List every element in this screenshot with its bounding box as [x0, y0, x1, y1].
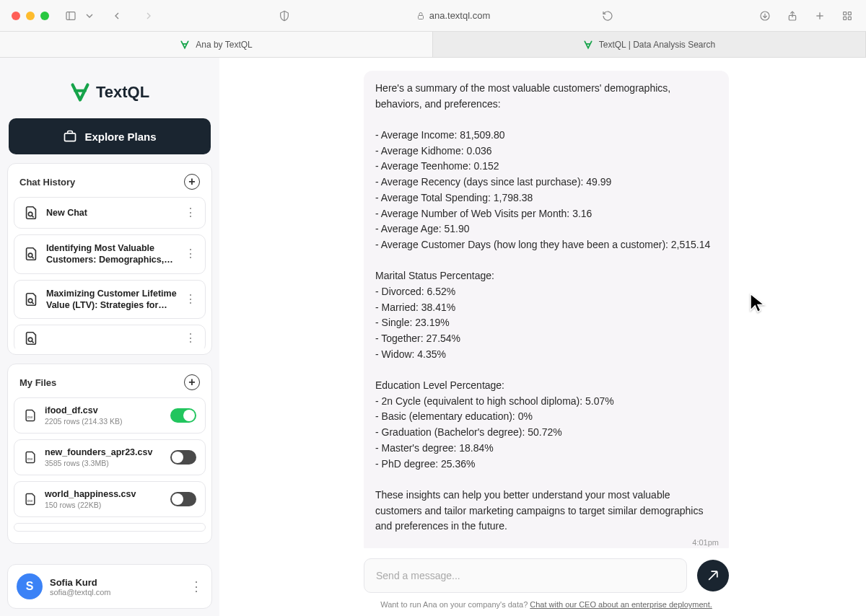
footer-cta: Want to run Ana on your company's data? …: [364, 596, 729, 616]
reload-icon[interactable]: [600, 9, 615, 23]
msg-line: - Master's degree: 18.84%: [375, 441, 717, 457]
share-icon[interactable]: [785, 9, 800, 23]
chat-item-menu-icon[interactable]: [185, 251, 196, 257]
msg-line: - Average Income: 81,509.80: [375, 128, 717, 144]
msg-subheader: Education Level Percentage:: [375, 378, 717, 394]
csv-file-icon: csv: [23, 450, 38, 465]
sidebar-toggle-icon[interactable]: [64, 9, 78, 23]
privacy-shield-icon[interactable]: [277, 9, 292, 23]
svg-point-20: [28, 338, 32, 342]
avatar: S: [17, 573, 43, 599]
assistant-message: Here's a summary of the most valuable cu…: [364, 71, 729, 548]
message-input[interactable]: [364, 558, 687, 593]
close-window-button[interactable]: [12, 12, 20, 20]
file-toggle[interactable]: [170, 408, 196, 423]
tab-label: Ana by TextQL: [196, 40, 253, 50]
svg-text:csv: csv: [27, 457, 33, 461]
chat-item-menu-icon[interactable]: [185, 335, 196, 341]
file-meta: 3585 rows (3.3MB): [45, 459, 163, 467]
file-item[interactable]: [14, 523, 206, 532]
svg-text:csv: csv: [27, 415, 33, 419]
svg-line-21: [32, 341, 33, 343]
chat-main: Here's a summary of the most valuable cu…: [219, 58, 866, 616]
msg-line: - Single: 23.19%: [375, 315, 717, 331]
tab-label: TextQL | Data Analysis Search: [599, 40, 715, 50]
download-icon[interactable]: [758, 9, 772, 23]
chat-item-menu-icon[interactable]: [185, 210, 196, 216]
chevron-down-icon[interactable]: [82, 9, 97, 23]
svg-rect-11: [844, 17, 847, 19]
my-files-header: My Files: [19, 377, 56, 388]
file-item[interactable]: csv ifood_df.csv 2205 rows (214.33 KB): [14, 397, 206, 434]
csv-file-icon: csv: [23, 492, 38, 506]
svg-rect-0: [66, 12, 75, 19]
file-item[interactable]: csv world_happiness.csv 150 rows (22KB): [14, 481, 206, 517]
msg-line: - 2n Cycle (equivalent to high school di…: [375, 394, 717, 410]
svg-rect-3: [418, 15, 423, 19]
chat-history-item-new[interactable]: New Chat: [14, 197, 206, 229]
user-menu-icon[interactable]: [190, 584, 203, 590]
document-search-icon: [23, 205, 39, 221]
file-toggle[interactable]: [170, 450, 196, 465]
chat-history-item[interactable]: Identifying Most Valuable Customers: Dem…: [14, 234, 206, 274]
forward-button[interactable]: [141, 9, 156, 23]
msg-outro: These insights can help you better under…: [375, 488, 717, 534]
msg-intro: Here's a summary of the most valuable cu…: [375, 81, 717, 112]
footer-link[interactable]: Chat with our CEO about an enterprise de…: [530, 600, 712, 609]
file-name: new_founders_apr23.csv: [45, 447, 163, 457]
chat-item-title: Maximizing Customer Lifetime Value (LTV)…: [46, 288, 178, 312]
add-file-plus-button[interactable]: +: [184, 374, 200, 390]
msg-subheader: Marital Status Percentage:: [375, 268, 717, 284]
file-meta: 150 rows (22KB): [45, 501, 163, 509]
svg-rect-12: [848, 17, 851, 19]
user-card: S Sofia Kurd sofia@textql.com: [7, 564, 212, 609]
file-name: ifood_df.csv: [45, 405, 163, 415]
browser-toolbar: ana.textql.com: [0, 0, 866, 32]
svg-point-14: [28, 212, 32, 216]
back-button[interactable]: [110, 9, 124, 23]
address-bar[interactable]: ana.textql.com: [416, 10, 491, 21]
msg-line: - Graduation (Bachelor's degree): 50.72%: [375, 425, 717, 441]
msg-line: - Basic (elementary education): 0%: [375, 409, 717, 425]
textql-logo-icon: [70, 82, 90, 102]
csv-file-icon: csv: [23, 408, 38, 423]
msg-line: - Average Number of Web Visits per Month…: [375, 206, 717, 222]
url-text: ana.textql.com: [429, 10, 491, 21]
maximize-window-button[interactable]: [40, 12, 49, 20]
sidebar: TextQL Explore Plans Chat History + New …: [0, 58, 219, 616]
msg-line: - Divorced: 6.52%: [375, 284, 717, 300]
svg-line-19: [32, 302, 33, 304]
user-name: Sofia Kurd: [50, 577, 183, 588]
brand-logo: TextQL: [7, 65, 212, 110]
send-button[interactable]: [697, 560, 729, 591]
chat-item-menu-icon[interactable]: [185, 296, 196, 302]
tab-search[interactable]: TextQL | Data Analysis Search: [433, 32, 866, 57]
msg-line: - Widow: 4.35%: [375, 347, 717, 363]
msg-line: - Average Age: 51.90: [375, 221, 717, 237]
explore-plans-button[interactable]: Explore Plans: [9, 118, 211, 154]
minimize-window-button[interactable]: [26, 12, 35, 20]
document-search-icon: [23, 330, 39, 346]
chat-history-item[interactable]: [14, 325, 206, 348]
svg-line-15: [32, 216, 33, 217]
chat-item-title: Identifying Most Valuable Customers: Dem…: [46, 242, 178, 266]
tab-overview-icon[interactable]: [840, 9, 854, 23]
chat-history-panel: Chat History + New Chat Identifying Most…: [7, 163, 212, 355]
new-tab-icon[interactable]: [813, 9, 827, 23]
svg-rect-10: [848, 12, 851, 14]
svg-line-17: [32, 257, 33, 258]
new-chat-plus-button[interactable]: +: [184, 174, 200, 190]
msg-line: - Average Teenhome: 0.152: [375, 159, 717, 175]
msg-line: - Married: 38.41%: [375, 300, 717, 316]
file-item[interactable]: csv new_founders_apr23.csv 3585 rows (3.…: [14, 439, 206, 475]
brand-name: TextQL: [96, 83, 149, 102]
svg-text:csv: csv: [27, 498, 33, 503]
textql-logo-icon: [180, 40, 190, 50]
window-controls: [12, 12, 49, 20]
msg-line: - Average Kidhome: 0.036: [375, 144, 717, 159]
file-toggle[interactable]: [170, 492, 196, 506]
message-timestamp: 4:01pm: [692, 537, 719, 548]
chat-history-item[interactable]: Maximizing Customer Lifetime Value (LTV)…: [14, 280, 206, 320]
msg-line: - Average Total Spending: 1,798.38: [375, 190, 717, 206]
tab-ana[interactable]: Ana by TextQL: [0, 32, 433, 57]
